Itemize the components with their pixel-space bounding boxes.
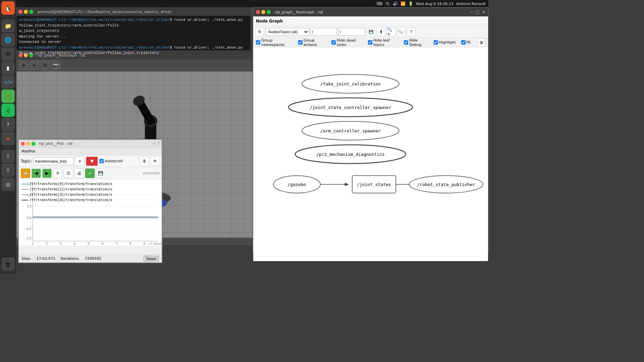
plot-max-btn[interactable] — [32, 142, 36, 146]
plot-back-btn[interactable]: ◀ — [32, 169, 41, 178]
taskbar-icon-email[interactable]: ✉ — [1, 47, 15, 61]
legend-color-3 — [21, 200, 28, 200]
cb-hide-leaf-input[interactable] — [368, 40, 372, 45]
grid2-icon: ⠿ — [6, 168, 10, 173]
taskbar-icon-terminal[interactable]: ▮ — [1, 61, 15, 75]
cb-group-ns-input[interactable] — [256, 40, 260, 45]
legend-item-3: /tf/transforms[4]/transform/translation/… — [21, 197, 112, 203]
rotate-icon: ↻ — [43, 63, 47, 68]
plot-save-btn[interactable]: 💾 — [96, 169, 105, 178]
plot-color-btn[interactable]: ▼ — [86, 157, 98, 166]
plot-reset-button[interactable]: Reset — [143, 256, 159, 262]
rqtgraph-max-icon[interactable]: □ — [476, 10, 479, 14]
cb-highlight: Highlight — [434, 40, 456, 45]
plot-clear-btn[interactable]: ✕ — [150, 157, 160, 166]
taskbar-icon-trash[interactable]: 🗑 — [1, 257, 15, 271]
rviz-tool-sun[interactable]: ☀ — [19, 61, 29, 70]
taskbar-icon-grid2[interactable]: ⠿ — [1, 164, 15, 177]
plot-min-btn[interactable] — [26, 142, 30, 146]
rqtgraph-min-btn[interactable] — [261, 10, 265, 14]
rqtgraph-min-icon[interactable]: ─ — [470, 10, 473, 14]
plot-close-btn[interactable] — [21, 142, 25, 146]
taskbar-icon-files[interactable]: 📁 — [1, 19, 15, 33]
rqt-graph-area[interactable]: /fake_joint_calibration /joint_state_con… — [253, 47, 488, 261]
rqtgraph-fit-btn[interactable]: ⊞ — [477, 38, 485, 47]
plot-cross-btn[interactable]: ✛ — [53, 169, 62, 178]
rviz-tool-rotate[interactable]: ↻ — [41, 61, 50, 70]
svg-text:/robot_state_publisher: /robot_state_publisher — [417, 182, 475, 187]
rviz-tool-cursor[interactable]: ↖ — [30, 61, 39, 70]
taskbar-icon-code[interactable]: </> — [1, 75, 15, 89]
plot-toolbar: Topic: + ▼ autoscroll ⏸ ✕ — [19, 155, 162, 167]
cross-icon: ✛ — [56, 171, 60, 176]
cb-group-actions-input[interactable] — [298, 40, 303, 45]
rqtgraph-close-icon[interactable]: ✕ — [482, 10, 485, 14]
svg-text:0.0: 0.0 — [26, 216, 31, 220]
cb-hide-dead-input[interactable] — [331, 40, 336, 45]
legend-label-0: /tf/transforms[0]/transform/translation/… — [30, 181, 112, 187]
plot-menu-matplot[interactable]: MatPlot — [21, 149, 35, 154]
legend-item-2: /tf/transforms[3]/transform/translation/… — [21, 192, 112, 197]
plot-add-btn[interactable]: + — [75, 157, 85, 166]
plot-print-btn[interactable]: 🖨 — [74, 169, 84, 178]
taskbar-icon-browser[interactable]: 🌐 — [1, 33, 15, 47]
autoscroll-checkbox[interactable] — [99, 159, 104, 163]
cursor-icon: ↖ — [33, 63, 37, 68]
rqtgraph-help-btn[interactable]: ? — [407, 27, 416, 36]
legend-label-2: /tf/transforms[3]/transform/translation/… — [30, 192, 112, 197]
rqtgraph-zoom-out-btn[interactable]: 🔍- — [397, 27, 406, 36]
taskbar-icon-help[interactable]: ? — [1, 118, 15, 131]
cb-group-actions: Group actions — [298, 38, 326, 47]
legend-color-2 — [21, 194, 28, 195]
cb-hide-leaf: Hide leaf topics — [368, 38, 398, 47]
rqtgraph-ns-filter[interactable] — [310, 28, 337, 36]
rqtgraph-refresh-btn[interactable]: ↻ — [255, 27, 264, 36]
rqtgraph-filter-select[interactable]: Nodes/Topics (all) — [265, 28, 309, 36]
plot-help-icon[interactable]: ? — [158, 141, 160, 146]
plot-pause-btn[interactable]: ⏸ — [140, 157, 149, 166]
sound-icon: 🔊 — [393, 1, 398, 6]
plot-minimize-icon[interactable]: ─ — [152, 141, 155, 146]
cb-group-ns: Group namespaces — [256, 38, 293, 47]
terminal-line-1: arennuit@ARENNUIT-LT2:~/DevRoot/ros_ws/s… — [19, 17, 248, 28]
taskbar-icon-git[interactable]: ◈ — [1, 132, 15, 145]
terminal-close-btn[interactable] — [18, 10, 22, 14]
taskbar-icon-grid1[interactable]: ⠿ — [1, 149, 15, 163]
terminal-content[interactable]: arennuit@ARENNUIT-LT2:~/DevRoot/ros_ws/s… — [16, 16, 251, 57]
plot-topic-input[interactable] — [34, 157, 74, 165]
cb-hide-debug-input[interactable] — [404, 40, 408, 45]
forward-icon: ▶ — [45, 171, 49, 176]
save-icon: 💾 — [98, 171, 103, 176]
plot-select-btn[interactable]: ⊡ — [64, 169, 73, 178]
rviz-tool-camera[interactable]: 📷 — [51, 61, 61, 70]
rqtgraph-topic-filter[interactable] — [338, 28, 365, 36]
taskbar-icon-spotify[interactable]: ♫ — [1, 104, 15, 117]
ubuntu-icon: 🐧 — [4, 5, 12, 12]
taskbar-icon-files2[interactable]: ▤ — [1, 178, 15, 191]
rqtgraph-close-btn[interactable] — [256, 10, 260, 14]
rqtgraph-save-btn[interactable]: 💾 — [367, 27, 375, 36]
legend-label-3: /tf/transforms[4]/transform/translation/… — [30, 197, 112, 203]
cb-highlight-input[interactable] — [434, 40, 438, 45]
cb-fit-input[interactable] — [461, 40, 466, 45]
terminal-line-4: arennuit@ARENNUIT-LT2:~/DevRoot/ros_ws/s… — [19, 45, 248, 51]
fit-icon: ⊞ — [480, 40, 483, 45]
terminal-max-btn[interactable] — [29, 10, 33, 14]
topbar-datetime: Wed Aug 6 18:26:13 — [416, 2, 453, 6]
plot-forward-btn[interactable]: ▶ — [42, 169, 52, 178]
taskbar-icon-ros[interactable]: 🌿 — [1, 89, 15, 103]
plot-check-btn[interactable]: ✓ — [85, 169, 95, 178]
rqtgraph-export-btn[interactable]: ⬆ — [377, 27, 385, 36]
svg-text:8: 8 — [129, 242, 131, 245]
rqtgraph-zoom-in-btn[interactable]: 🔍+ — [387, 27, 395, 36]
select-icon: ⊡ — [67, 171, 70, 176]
rqt-graph-svg: /fake_joint_calibration /joint_state_con… — [253, 47, 488, 261]
plot-home-btn[interactable]: 🏠 — [21, 169, 30, 178]
svg-text:-1.0: -1.0 — [25, 237, 32, 240]
terminal-min-btn[interactable] — [24, 10, 28, 14]
pause-icon: ⏸ — [142, 159, 147, 164]
cb-hide-debug: Hide Debug — [404, 38, 428, 47]
rqtgraph-max-btn[interactable] — [267, 10, 271, 14]
sun-icon: ☀ — [22, 63, 26, 68]
taskbar-icon-ubuntu[interactable]: 🐧 — [1, 1, 15, 15]
